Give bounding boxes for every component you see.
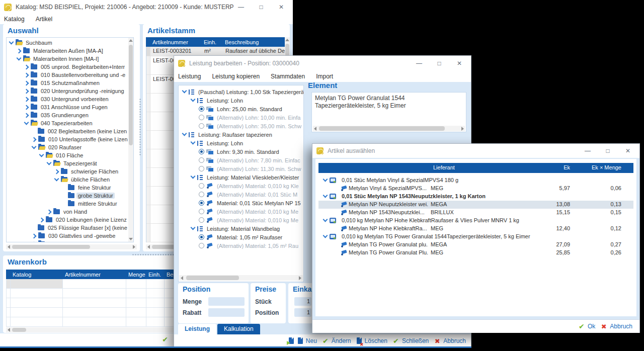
apply-check-icon[interactable] xyxy=(161,335,169,344)
button-ok[interactable]: Ok xyxy=(578,322,595,331)
chevron-right-icon[interactable] xyxy=(46,209,52,215)
tree-item[interactable]: von Hand xyxy=(7,208,133,216)
tree-item[interactable]: schwierige Flächen xyxy=(7,167,133,176)
chevron-down-icon[interactable] xyxy=(9,40,15,46)
leistung-tree-item[interactable]: Leistung: Material Vlieskleber/Kleister xyxy=(179,173,303,182)
chevron-down-icon[interactable] xyxy=(190,98,196,103)
chevron-right-icon[interactable] xyxy=(24,80,30,86)
menu-item-leistung[interactable]: Leistung xyxy=(178,73,201,80)
minimize-button[interactable]: — xyxy=(412,59,427,68)
tree-item[interactable]: Malerarbeiten Innen [MA-I] xyxy=(7,55,133,63)
chevron-right-icon[interactable] xyxy=(39,217,45,223)
menu-item-stammdaten[interactable]: Stammdaten xyxy=(271,73,305,80)
chevron-right-icon[interactable] xyxy=(16,48,22,54)
scroll-down-icon[interactable] xyxy=(129,238,133,240)
tab-kalkulation[interactable]: Kalkulation xyxy=(217,324,260,334)
leistung-tree-item[interactable]: (Alternativ) Lohn: 35,00 min. Schw xyxy=(179,122,303,130)
leistung-tree-item[interactable]: (Alternativ) Material: 0,010 kg Me xyxy=(179,216,303,224)
leistung-tree-item[interactable]: (Alternativ) Lohn: 10,00 min. Einfa xyxy=(179,113,303,122)
tree-item[interactable]: 002 Begleitarbeiten (keine Lizen xyxy=(7,127,133,135)
radio-unselected[interactable] xyxy=(199,192,204,197)
leistung-tree-item[interactable]: Leistung: Lohn xyxy=(179,139,303,147)
chevron-right-icon[interactable] xyxy=(24,64,30,70)
auswahl-hscrollbar[interactable] xyxy=(6,244,137,249)
tree-item[interactable]: 035 Strukturgewebe und -vlies xyxy=(7,240,133,242)
article-item-row[interactable]: Metylan Vinyl & SpezialMPVS...MEG5,970,0… xyxy=(318,185,633,193)
tree-item[interactable]: übliche Flächen xyxy=(7,176,133,184)
chevron-right-icon[interactable] xyxy=(24,89,30,94)
menu-item-leistung-kopieren[interactable]: Leistung kopieren xyxy=(212,73,260,80)
button-neu[interactable]: Neu xyxy=(288,337,317,344)
radio-unselected[interactable] xyxy=(199,166,204,171)
leistung-tree-item[interactable]: (Alternativ) Lohn: 11,30 min. Schw xyxy=(179,164,303,173)
element-hscrollbar[interactable] xyxy=(313,126,465,131)
chevron-down-icon[interactable] xyxy=(24,121,30,126)
tree-item[interactable]: 035 Grundierungen xyxy=(7,111,133,119)
tree-item[interactable]: feine Struktur xyxy=(7,184,133,192)
einkauf-field[interactable]: 1 xyxy=(294,297,311,306)
tree-item[interactable]: Malerarbeiten Außen [MA-A] xyxy=(7,47,133,55)
button-löschen[interactable]: Löschen xyxy=(356,337,387,344)
leistung-tree-item[interactable]: (Alternativ) Material: 0,010 kg Kle xyxy=(179,182,303,190)
chevron-right-icon[interactable] xyxy=(24,105,30,110)
scroll-left-icon[interactable] xyxy=(181,276,183,280)
scroll-right-icon[interactable] xyxy=(461,127,464,131)
menu-item-import[interactable]: Import xyxy=(316,73,333,80)
menu-item-katalog[interactable]: Katalog xyxy=(4,16,25,23)
maximize-button[interactable]: □ xyxy=(600,146,615,155)
chevron-right-icon[interactable] xyxy=(24,72,30,78)
leistung-tree-item[interactable]: Material: 1,05 m² Raufaser xyxy=(179,233,303,241)
maximize-button[interactable]: □ xyxy=(432,59,447,68)
radio-selected[interactable] xyxy=(199,106,204,112)
radio-unselected[interactable] xyxy=(199,183,204,189)
leistung-tree-item[interactable]: Lohn: 9,30 min. Standard xyxy=(179,147,303,156)
leistung-tree-item[interactable]: (Alternativ) Lohn: 7,80 min. Einfac xyxy=(179,156,303,164)
article-item-row[interactable]: Metylan TG Power Granulat Plu...MEG25,85… xyxy=(318,249,633,257)
tree-item[interactable]: mittlere Struktur xyxy=(7,200,133,208)
leistung-tree-hscrollbar[interactable] xyxy=(179,275,303,281)
chevron-right-icon[interactable] xyxy=(54,169,60,174)
scroll-thumb[interactable] xyxy=(12,245,90,249)
chevron-down-icon[interactable] xyxy=(323,194,329,199)
chevron-right-icon[interactable] xyxy=(24,113,30,118)
scroll-left-icon[interactable] xyxy=(8,328,10,332)
leistung-tree-item[interactable]: (Pauschal) Leistung: 1,00 Stk Tapezierge… xyxy=(179,87,303,96)
article-item-row[interactable]: Metylan NP Hohe KlebkraftRa...MEG12,400,… xyxy=(318,225,633,233)
leistung-tree-item[interactable]: (Alternativ) Material: 0,010 kg Me xyxy=(179,207,303,216)
radio-unselected[interactable] xyxy=(199,217,204,223)
leistung-tree-item[interactable]: Leistung: Raufaser tapezieren xyxy=(179,130,303,139)
radio-unselected[interactable] xyxy=(199,123,204,129)
tree-item[interactable]: 015 Schutzmaßnahmen xyxy=(7,79,133,87)
tree-item[interactable]: Tapeziergerät xyxy=(7,159,133,167)
chevron-down-icon[interactable] xyxy=(323,218,329,223)
element-box[interactable]: Metylan TG Power Granulat 1544Tapezierge… xyxy=(311,92,466,132)
scroll-left-icon[interactable] xyxy=(147,245,150,249)
article-item-row[interactable]: Metylan TG Power Granulat plu...MEGA27,0… xyxy=(318,241,633,249)
article-group-row[interactable]: 0,01 Stüc Metylan Vinyl & SpezialMPVS4 1… xyxy=(318,177,633,185)
tree-item[interactable]: 010 Baustellenvorbereitung und -e xyxy=(7,71,133,79)
rabatt-field[interactable] xyxy=(208,308,245,317)
leistung-tree-item[interactable]: Leistung: Material Wandbelag xyxy=(179,224,303,233)
scroll-thumb[interactable] xyxy=(186,276,239,280)
button-abbruch[interactable]: Abbruch xyxy=(433,336,466,345)
tree-item[interactable]: 025 Flüssige Raufaser [x] (keine xyxy=(7,224,133,232)
maximize-button[interactable]: □ xyxy=(254,3,269,12)
chevron-right-icon[interactable] xyxy=(31,241,37,243)
chevron-down-icon[interactable] xyxy=(190,140,196,146)
button-schließen[interactable]: Schließen xyxy=(392,336,429,345)
splitter-handle[interactable] xyxy=(139,98,141,156)
chevron-down-icon[interactable] xyxy=(182,132,188,137)
tree-item[interactable]: 010 Fläche xyxy=(7,151,133,159)
tree-item[interactable]: 020 Leibungen (keine Lizenz xyxy=(7,216,133,224)
article-item-row[interactable]: Metylan NP 1543Neuputzklei...BRILLUX15,1… xyxy=(318,209,633,217)
auswahl-vscrollbar[interactable] xyxy=(128,38,133,242)
scroll-up-icon[interactable] xyxy=(285,39,289,41)
close-button[interactable]: ✕ xyxy=(274,3,289,12)
scroll-up-icon[interactable] xyxy=(129,39,133,42)
tree-item[interactable]: 020 Untergrundprüfung -reinigung xyxy=(7,87,133,95)
chevron-down-icon[interactable] xyxy=(182,89,188,95)
tree-item[interactable]: 030 Glattvlies und -gewebe xyxy=(7,232,133,240)
radio-unselected[interactable] xyxy=(199,243,204,248)
tree-item[interactable]: Suchbaum xyxy=(7,39,133,47)
minimize-button[interactable]: — xyxy=(233,3,249,12)
